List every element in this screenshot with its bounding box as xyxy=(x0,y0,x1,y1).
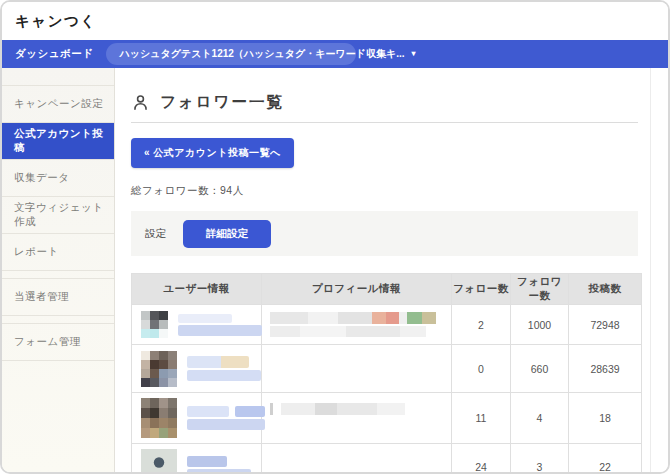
follow-count: 2 xyxy=(452,305,511,345)
dashboard-label[interactable]: ダッシュボード xyxy=(15,47,93,61)
page-title: フォロワー一覧 xyxy=(160,92,284,113)
table-row: 24 3 22 xyxy=(132,444,642,473)
sidebar-divider xyxy=(2,316,114,324)
person-icon xyxy=(131,93,150,112)
avatar xyxy=(141,351,177,387)
top-bar: キャンつく xyxy=(2,2,668,40)
col-header-follower-count: フォロワー数 xyxy=(511,274,569,305)
app-window: キャンつく ダッシュボード ハッシュタグテスト1212（ハッシュタグ・キーワード… xyxy=(0,0,670,474)
settings-panel: 設定 詳細設定 xyxy=(131,211,638,256)
campaign-selector-dropdown[interactable]: ハッシュタグテスト1212（ハッシュタグ・キーワード収集キ... ▾ xyxy=(106,43,356,65)
follower-count: 3 xyxy=(511,444,569,473)
follow-count: 11 xyxy=(452,393,511,444)
sidebar-item-report[interactable]: レポート xyxy=(2,234,114,271)
sidebar-item-official-account-posts[interactable]: 公式アカウント投稿 xyxy=(2,123,114,160)
table-header-row: ユーザー情報 プロフィール情報 フォロー数 フォロワー数 投稿数 xyxy=(132,274,642,305)
table-row: 0 660 28639 xyxy=(132,345,642,393)
sidebar-divider xyxy=(2,271,114,279)
sidebar-item-form-management[interactable]: フォーム管理 xyxy=(2,324,114,361)
post-count: 72948 xyxy=(569,305,642,345)
avatar xyxy=(141,398,177,438)
settings-label: 設定 xyxy=(145,227,166,241)
redacted-profile xyxy=(270,403,443,415)
col-header-post-count: 投稿数 xyxy=(569,274,642,305)
post-count: 28639 xyxy=(569,345,642,393)
sidebar-spacer xyxy=(2,68,114,86)
default-avatar-icon xyxy=(141,449,177,472)
post-count: 18 xyxy=(569,393,642,444)
sidebar-item-text-widget[interactable]: 文字ウィジェット作成 xyxy=(2,197,114,234)
page-header: フォロワー一覧 xyxy=(131,92,638,123)
follower-count: 4 xyxy=(511,393,569,444)
total-followers-text: 総フォロワー数：94人 xyxy=(131,184,668,198)
detail-settings-button[interactable]: 詳細設定 xyxy=(183,220,271,248)
table-row: 11 4 18 xyxy=(132,393,642,444)
redacted-username xyxy=(178,314,262,336)
follower-count: 1000 xyxy=(511,305,569,345)
campaign-selector-label: ハッシュタグテスト1212（ハッシュタグ・キーワード収集キ... xyxy=(119,47,404,61)
chevron-down-icon: ▾ xyxy=(412,50,416,58)
redacted-username xyxy=(187,406,265,430)
back-to-post-list-button[interactable]: « 公式アカウント投稿一覧へ xyxy=(131,138,294,168)
main-content: フォロワー一覧 « 公式アカウント投稿一覧へ 総フォロワー数：94人 設定 詳細… xyxy=(115,68,668,472)
post-count: 22 xyxy=(569,444,642,473)
follow-count: 24 xyxy=(452,444,511,473)
sidebar-item-collected-data[interactable]: 収集データ xyxy=(2,160,114,197)
app-logo: キャンつく xyxy=(15,12,97,31)
sidebar-item-campaign-settings[interactable]: キャンペーン設定 xyxy=(2,86,114,123)
redacted-profile xyxy=(270,312,443,337)
sidebar: キャンペーン設定 公式アカウント投稿 収集データ 文字ウィジェット作成 レポート… xyxy=(2,68,115,472)
dashboard-nav-bar: ダッシュボード ハッシュタグテスト1212（ハッシュタグ・キーワード収集キ...… xyxy=(2,40,668,68)
col-header-user-info: ユーザー情報 xyxy=(132,274,262,305)
avatar xyxy=(141,311,168,338)
col-header-follow-count: フォロー数 xyxy=(452,274,511,305)
follower-count: 660 xyxy=(511,345,569,393)
col-header-profile-info: プロフィール情報 xyxy=(262,274,452,305)
sidebar-item-winner-management[interactable]: 当選者管理 xyxy=(2,279,114,316)
follow-count: 0 xyxy=(452,345,511,393)
followers-table: ユーザー情報 プロフィール情報 フォロー数 フォロワー数 投稿数 xyxy=(131,273,642,472)
scrollbar-track[interactable] xyxy=(650,68,651,472)
redacted-username xyxy=(187,456,251,473)
redacted-username xyxy=(187,356,261,381)
table-row: 2 1000 72948 xyxy=(132,305,642,345)
